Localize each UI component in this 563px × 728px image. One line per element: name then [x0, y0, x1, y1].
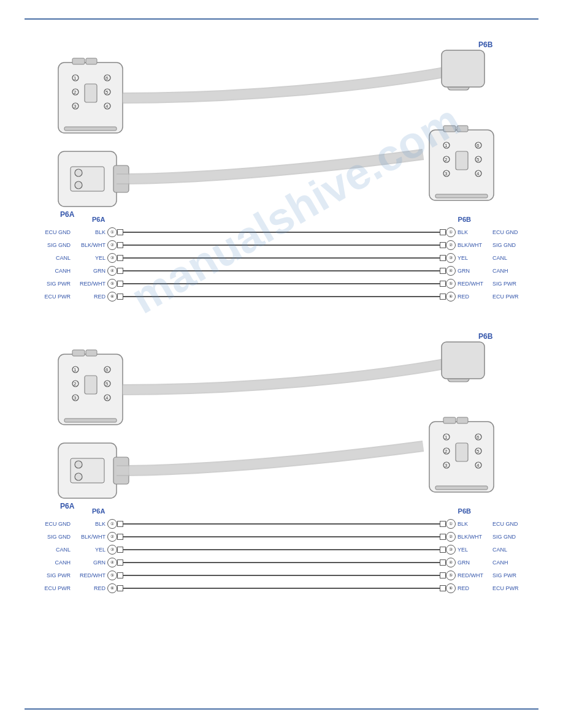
pin-sq-left-1-5 — [117, 281, 123, 287]
svg-rect-67 — [442, 342, 484, 379]
right-label-1-2: SIG GND — [489, 242, 538, 248]
pin-num-left-1-6: ⑥ — [107, 292, 117, 301]
pin-sq-left-2-2 — [117, 534, 123, 540]
wire-row-1-2: SIG GND BLK/WHT ② ② BLK/WHT SIG GND — [25, 240, 538, 251]
svg-text:4: 4 — [105, 395, 109, 401]
right-color-2-5: RED/WHT — [456, 572, 489, 578]
left-color-2-2: BLK/WHT — [74, 534, 107, 540]
pin-num-right-2-1: ① — [446, 519, 456, 529]
wire-line-2-5 — [123, 575, 440, 576]
pin-num-left-1-2: ② — [107, 240, 117, 250]
right-label-2-3: CANL — [489, 547, 538, 553]
svg-text:3: 3 — [74, 104, 77, 109]
left-color-2-4: GRN — [74, 559, 107, 566]
svg-rect-85 — [435, 486, 488, 490]
left-color-1-6: RED — [74, 294, 107, 300]
right-label-2-2: SIG GND — [489, 534, 538, 540]
pin-num-right-1-1: ① — [446, 227, 456, 237]
svg-text:P6B: P6B — [478, 332, 493, 341]
left-label-1-2: SIG GND — [25, 242, 74, 248]
svg-text:2: 2 — [74, 89, 77, 95]
right-color-2-6: RED — [456, 585, 489, 591]
p6b-header-2: P6B — [458, 507, 471, 515]
svg-rect-2 — [86, 58, 97, 64]
pin-sq-right-1-1 — [440, 229, 446, 235]
p6a-header-2: P6A — [92, 507, 105, 515]
left-color-2-5: RED/WHT — [74, 572, 107, 578]
p6b-header-1: P6B — [458, 216, 471, 223]
right-color-1-4: GRN — [456, 268, 489, 274]
pin-num-right-2-5: ⑤ — [446, 571, 456, 580]
pin-num-right-1-6: ⑥ — [446, 292, 456, 301]
right-color-2-4: GRN — [456, 559, 489, 566]
pin-num-right-1-2: ② — [446, 240, 456, 250]
pin-sq-right-2-1 — [440, 521, 446, 527]
pin-sq-left-2-5 — [117, 572, 123, 578]
right-color-1-6: RED — [456, 294, 489, 300]
left-color-1-3: YEL — [74, 255, 107, 261]
left-label-1-3: CANL — [25, 255, 74, 261]
svg-text:4: 4 — [477, 171, 480, 176]
diagram-section-1: 1 2 3 6 5 4 P6A — [25, 32, 538, 302]
wire-row-2-5: SIG PWR RED/WHT ⑤ ⑤ RED/WHT SIG PWR — [25, 570, 538, 581]
right-label-2-4: CANH — [489, 559, 538, 566]
pin-num-right-2-6: ⑥ — [446, 583, 456, 593]
svg-rect-52 — [85, 376, 97, 394]
svg-point-21 — [75, 181, 82, 189]
svg-text:5: 5 — [477, 449, 480, 454]
right-color-2-3: YEL — [456, 547, 489, 553]
right-label-2-6: ECU PWR — [489, 585, 538, 591]
svg-rect-27 — [443, 126, 456, 132]
right-color-1-2: BLK/WHT — [456, 242, 489, 248]
pin-num-right-1-3: ③ — [446, 253, 456, 263]
p6a-header-1: P6A — [92, 216, 105, 223]
svg-text:1: 1 — [74, 75, 77, 81]
wire-row-1-5: SIG PWR RED/WHT ⑤ ⑤ RED/WHT SIG PWR — [25, 278, 538, 289]
pin-num-right-1-5: ⑤ — [446, 279, 456, 289]
pin-num-left-1-1: ① — [107, 227, 117, 237]
left-label-1-1: ECU GND — [25, 229, 74, 235]
pin-num-left-2-5: ⑤ — [107, 571, 117, 580]
svg-text:6: 6 — [105, 367, 109, 373]
svg-text:1: 1 — [445, 434, 448, 440]
left-label-2-1: ECU GND — [25, 521, 74, 527]
pin-sq-right-1-6 — [440, 294, 446, 300]
svg-point-64 — [75, 473, 82, 480]
wire-row-2-3: CANL YEL ③ ③ YEL CANL — [25, 544, 538, 555]
right-label-1-5: SIG PWR — [489, 281, 538, 287]
svg-rect-70 — [443, 417, 456, 423]
pin-num-left-1-4: ④ — [107, 266, 117, 276]
wire-line-2-2 — [123, 536, 440, 537]
svg-text:4: 4 — [477, 463, 480, 468]
page-container: manualshive.com 1 2 3 6 5 — [0, 0, 563, 728]
left-label-1-5: SIG PWR — [25, 281, 74, 287]
pin-num-right-2-2: ② — [446, 532, 456, 542]
wire-line-2-4 — [123, 562, 440, 563]
wire-line-1-3 — [123, 257, 440, 259]
wire-row-2-2: SIG GND BLK/WHT ② ② BLK/WHT SIG GND — [25, 531, 538, 542]
right-label-2-1: ECU GND — [489, 521, 538, 527]
left-color-1-1: BLK — [74, 229, 107, 235]
pin-sq-left-2-6 — [117, 585, 123, 591]
svg-text:P6B: P6B — [478, 40, 493, 49]
wire-line-2-3 — [123, 549, 440, 550]
wire-row-1-3: CANL YEL ③ ③ YEL CANL — [25, 252, 538, 264]
wire-line-1-1 — [123, 232, 440, 233]
right-color-2-1: BLK — [456, 521, 489, 527]
pin-sq-right-2-5 — [440, 572, 446, 578]
pin-num-right-2-4: ④ — [446, 558, 456, 567]
left-label-2-3: CANL — [25, 547, 74, 553]
svg-text:2: 2 — [74, 381, 77, 387]
diagram1-svg: 1 2 3 6 5 4 P6A — [25, 32, 538, 222]
right-color-1-5: RED/WHT — [456, 281, 489, 287]
wire-row-2-6: ECU PWR RED ⑥ ⑥ RED ECU PWR — [25, 583, 538, 594]
pin-num-right-1-4: ④ — [446, 266, 456, 276]
right-color-2-2: BLK/WHT — [456, 534, 489, 540]
diagram-section-2: 1 2 3 6 5 4 P6A — [25, 324, 538, 594]
svg-rect-59 — [64, 419, 117, 422]
svg-point-20 — [75, 169, 82, 176]
svg-rect-9 — [85, 84, 97, 102]
pin-sq-left-2-1 — [117, 521, 123, 527]
right-label-2-5: SIG PWR — [489, 572, 538, 578]
svg-point-63 — [75, 461, 82, 468]
